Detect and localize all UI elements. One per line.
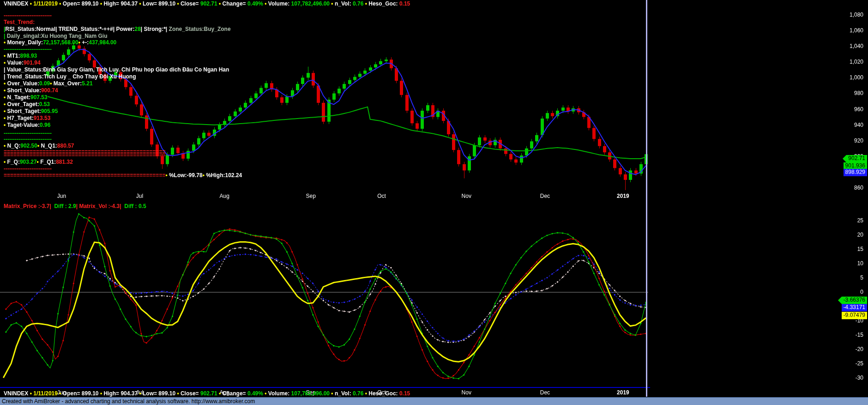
text-segment: Volume:: [268, 390, 291, 397]
text-segment: 1/11/2019: [33, 390, 58, 397]
text-segment: •: [263, 0, 268, 7]
status-bar-text: Created with AmiBroker - advanced charti…: [2, 398, 255, 405]
text-segment: •: [4, 159, 7, 165]
text-segment: Change=: [223, 0, 247, 7]
text-segment: •: [50, 80, 54, 87]
tag-arrow-icon: [843, 155, 846, 162]
text-segment: •: [4, 108, 7, 114]
text-segment: 902.50: [20, 143, 37, 149]
text-segment: Daily_singal:Xu Huong Tang_Nam Giu: [7, 33, 108, 39]
text-segment: N_Taget:: [7, 94, 30, 101]
text-segment: N_Q1:: [41, 143, 57, 149]
text-segment: •: [4, 87, 7, 94]
y-axis-tick-label: 15: [825, 246, 866, 252]
text-segment: +-:: [82, 39, 89, 46]
overlay-line: | Value_Status:Đinh Gia Suy Giam, Tich L…: [4, 67, 229, 73]
y-axis-tick-label: 1,060: [825, 27, 866, 34]
text-segment: F_Q:: [7, 159, 20, 165]
text-segment: Volume:: [268, 0, 291, 7]
tag-value: 898.929: [844, 169, 867, 176]
text-segment: Diff : 0.5: [123, 203, 146, 209]
y-axis-tick-label: 0: [825, 289, 866, 295]
overlay-line: | Daily_singal:Xu Huong Tang_Nam Giu: [4, 33, 108, 39]
text-segment: | Strong:*|: [141, 26, 169, 32]
tag-arrow-icon: [838, 297, 842, 304]
tag-value: -9.07479: [842, 312, 867, 319]
text-segment: •: [330, 0, 335, 7]
text-segment: •: [28, 0, 33, 7]
overlay-line: • Short_Taget:905.95: [4, 108, 58, 114]
text-segment: 0.76: [353, 390, 363, 397]
text-segment: •: [99, 390, 104, 397]
overlay-line: --------------------------: [4, 137, 52, 143]
text-segment: F_Q1:: [40, 159, 56, 165]
text-segment: Low= 899.10: [143, 0, 175, 7]
text-segment: n_Vol:: [335, 390, 353, 397]
text-segment: %Low:-99.78: [169, 172, 203, 179]
overlay-line: • Over_Value:0.09• Max_Over:5.21: [4, 81, 93, 87]
overlay-line: • H7_Taget:913.53: [4, 115, 50, 121]
text-segment: 0.76: [353, 0, 363, 7]
x-axis-label-nov: Nov: [462, 193, 471, 199]
text-segment: •: [217, 390, 223, 397]
overlay-line: • N_Taget:907.53: [4, 95, 48, 101]
text-segment: Low= 899.10: [143, 390, 175, 397]
y-axis-tick-label: -20: [825, 346, 866, 352]
amibroker-window: { "palette":{"w":"#ffffff","y":"#ffff00"…: [0, 0, 868, 405]
text-segment: •: [175, 390, 181, 397]
overlay-line: • Over_Taget:0.53: [4, 101, 50, 107]
text-segment: 880.57: [57, 143, 74, 149]
clipped-panel-title: VNINDEX • 1/11/2019 • Open= 899.10 • Hig…: [4, 390, 410, 397]
y-axis-tick-label: 960: [825, 106, 866, 113]
text-segment: 901.94: [24, 60, 41, 66]
text-segment: 0.09: [39, 80, 50, 87]
text-segment: Short_Value:: [7, 87, 41, 94]
text-segment: | Trend_Status:Tich Luy _ Cho Thay Đôi X…: [4, 73, 136, 80]
text-segment: 0.15: [399, 390, 410, 397]
text-segment: •: [138, 0, 143, 7]
text-segment: Change=: [223, 390, 247, 397]
text-segment: •: [4, 115, 7, 121]
text-segment: Close=: [181, 0, 200, 7]
text-segment: 0.49%: [247, 390, 263, 397]
y-axis-tick-label: -25: [825, 360, 866, 367]
text-segment: Open= 899.10: [63, 0, 99, 7]
text-segment: 0.53: [39, 101, 50, 107]
x-axis-label-dec: Dec: [540, 389, 550, 396]
x-axis-label-nov: Nov: [462, 389, 471, 396]
text-segment: 1/11/2019: [33, 0, 58, 7]
text-segment: •: [138, 390, 143, 397]
text-segment: •: [165, 172, 169, 179]
overlay-line: • MT1:898.93: [4, 53, 37, 59]
text-segment: 0.96: [40, 122, 50, 128]
text-segment: •: [4, 101, 7, 107]
text-segment: 107,782,496.00: [291, 390, 330, 397]
text-segment: Open= 899.10: [63, 390, 99, 397]
chart-canvas[interactable]: [0, 0, 868, 405]
overlay-line: |RSI_Status:Normal| TREND_Status:*-++#| …: [4, 26, 231, 32]
text-segment: High= 904.37: [103, 390, 138, 397]
y-axis-tick-label: 920: [825, 137, 866, 144]
text-segment: 902.71: [200, 0, 217, 7]
text-segment: RSI_Status:Normal| TREND_Status:*-++#| P…: [5, 26, 134, 32]
y-axis-tick-label: 20: [825, 232, 866, 238]
tag-value: -3.66376: [842, 297, 867, 304]
text-segment: 72,157,568.00: [43, 39, 78, 46]
text-segment: Short_Taget:: [7, 108, 41, 114]
text-segment: •: [37, 159, 41, 165]
text-segment: •: [217, 0, 223, 7]
x-axis-label-dec: Dec: [540, 193, 550, 199]
text-segment: VNINDEX: [4, 0, 28, 7]
text-segment: •: [99, 0, 104, 7]
text-segment: 905.95: [41, 108, 58, 114]
overlay-line: • Short_Value:900.74: [4, 88, 58, 94]
x-axis-label-jun: Jun: [57, 193, 66, 199]
last-value-tag: -3.66376: [838, 297, 867, 304]
y-axis-tick-label: 940: [825, 122, 866, 128]
text-segment: | Value_Status:Đinh Gia Suy Giam, Tich L…: [4, 66, 229, 73]
y-axis-tick-label: 1,020: [825, 59, 866, 65]
text-segment: •: [4, 80, 7, 87]
overlay-line: | Trend_Status:Tich Luy _ Cho Thay Đôi X…: [4, 74, 136, 80]
text-segment: •: [4, 53, 7, 59]
text-segment: 437,984.00: [89, 39, 116, 46]
